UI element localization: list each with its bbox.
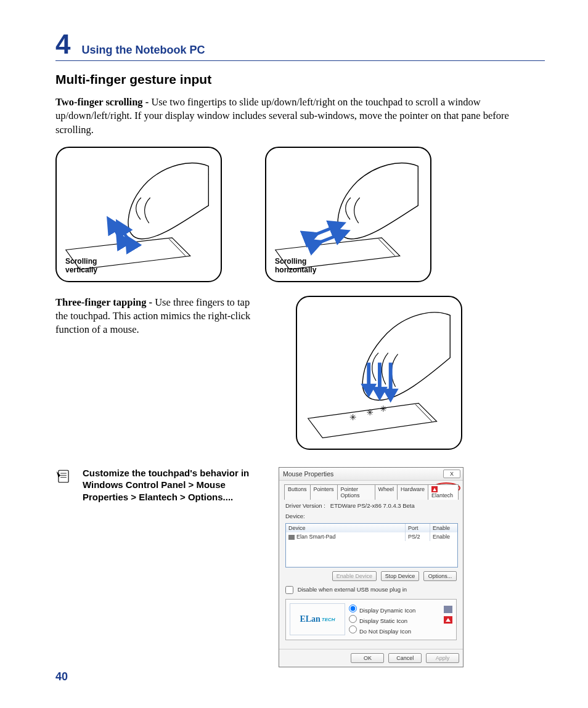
driver-label: Driver Version : <box>285 502 325 509</box>
svg-marker-8 <box>308 403 437 437</box>
two-finger-label: Two-finger scrolling - <box>55 96 151 108</box>
tab-elantech-label: Elantech <box>431 492 453 498</box>
driver-version-line: Driver Version : ETDWare PS/2-x86 7.0.4.… <box>285 502 458 509</box>
disable-usb-label: Disable when external USB mouse plug in <box>298 586 407 593</box>
figure-scroll-horizontal: Scrolling horizontally <box>265 147 431 282</box>
logo-sub: TECH <box>322 617 335 622</box>
dynamic-icon-preview <box>444 606 452 613</box>
page-number: 40 <box>55 670 68 683</box>
figure-scroll-vertical: Scrolling vertically <box>55 147 222 282</box>
radio-none-label: Do Not Display Icon <box>359 628 411 635</box>
close-button[interactable]: X <box>443 470 460 478</box>
radio-dynamic-row[interactable]: Display Dynamic Icon <box>349 604 452 614</box>
icon-display-panel: ELanTECH Display Dynamic Icon Display St… <box>285 599 457 640</box>
col-port: Port <box>406 524 430 532</box>
enable-device-button[interactable]: Enable Device <box>332 571 377 581</box>
tab-wheel[interactable]: Wheel <box>375 484 398 500</box>
device-name: Elan Smart-Pad <box>286 532 406 541</box>
device-label: Device: <box>285 513 458 519</box>
mouse-properties-dialog: Mouse Properties X Buttons Pointers Poin… <box>279 467 463 668</box>
svg-rect-28 <box>59 470 68 482</box>
device-row[interactable]: Elan Smart-Pad PS/2 Enable <box>286 532 457 541</box>
caption-line: Scrolling <box>65 257 97 266</box>
note-row: Customize the touchpad's behavior in Win… <box>55 467 545 668</box>
svg-line-6 <box>312 226 338 236</box>
chapter-header: 4 Using the Notebook PC <box>55 31 545 61</box>
two-finger-paragraph: Two-finger scrolling - Use two fingertip… <box>55 96 545 137</box>
tab-hardware[interactable]: Hardware <box>397 484 428 500</box>
radio-none-row[interactable]: Do Not Display Icon <box>349 625 452 635</box>
figure-caption-horizontal: Scrolling horizontally <box>275 258 316 275</box>
figure-three-finger-tap <box>296 296 462 450</box>
caption-line: horizontally <box>275 266 316 274</box>
section-title: Multi-finger gesture input <box>55 72 545 87</box>
disable-usb-checkbox-row: Disable when external USB mouse plug in <box>285 586 457 594</box>
cancel-button[interactable]: Cancel <box>388 653 422 663</box>
tab-elantech[interactable]: Elantech <box>428 484 459 500</box>
device-enable: Enable <box>430 532 457 541</box>
three-finger-row: Three-finger tapping - Use three fingers… <box>55 296 545 450</box>
disable-usb-checkbox[interactable] <box>285 586 293 594</box>
driver-value: ETDWare PS/2-x86 7.0.4.3 Beta <box>330 502 415 509</box>
elantech-logo: ELanTECH <box>290 603 345 635</box>
radio-static[interactable] <box>349 615 357 623</box>
tab-pointers[interactable]: Pointers <box>310 484 338 500</box>
logo-main: ELan <box>300 614 320 624</box>
caption-line: Scrolling <box>275 257 306 266</box>
note-icon <box>55 468 71 484</box>
col-enable: Enable <box>430 524 457 532</box>
device-table: Device Port Enable Elan Smart-Pad PS/2 E… <box>285 523 458 568</box>
gesture-tap-svg <box>297 297 461 449</box>
svg-line-7 <box>316 234 342 244</box>
radio-static-row[interactable]: Display Static Icon <box>349 615 452 624</box>
dialog-title: Mouse Properties <box>283 470 333 478</box>
note-text: Customize the touchpad's behavior in Win… <box>83 467 267 503</box>
radio-static-label: Display Static Icon <box>359 617 407 624</box>
dialog-titlebar: Mouse Properties X <box>279 468 463 481</box>
static-icon-preview <box>444 616 452 624</box>
elantech-icon <box>431 486 438 492</box>
apply-button[interactable]: Apply <box>426 653 459 663</box>
radio-dynamic-label: Display Dynamic Icon <box>359 607 415 614</box>
col-device: Device <box>286 524 406 532</box>
ok-button[interactable]: OK <box>351 653 384 663</box>
radio-none[interactable] <box>349 625 357 633</box>
chapter-number: 4 <box>55 31 70 58</box>
tab-pointer-options[interactable]: Pointer Options <box>337 484 375 500</box>
svg-line-2 <box>112 224 121 239</box>
svg-line-3 <box>120 227 129 242</box>
caption-line: vertically <box>65 266 97 274</box>
figure-row-scrolling: Scrolling vertically Scrolling horizonta… <box>55 147 545 282</box>
three-finger-paragraph: Three-finger tapping - Use three fingers… <box>55 296 253 440</box>
dialog-tabs: Buttons Pointers Pointer Options Wheel H… <box>284 484 458 500</box>
device-port: PS/2 <box>406 532 430 541</box>
stop-device-button[interactable]: Stop Device <box>381 571 420 581</box>
options-button[interactable]: Options... <box>423 571 457 581</box>
tab-buttons[interactable]: Buttons <box>284 484 311 500</box>
chapter-title: Using the Notebook PC <box>81 44 205 57</box>
radio-dynamic[interactable] <box>349 604 357 612</box>
figure-caption-vertical: Scrolling vertically <box>65 258 97 275</box>
three-finger-label: Three-finger tapping - <box>55 296 155 308</box>
